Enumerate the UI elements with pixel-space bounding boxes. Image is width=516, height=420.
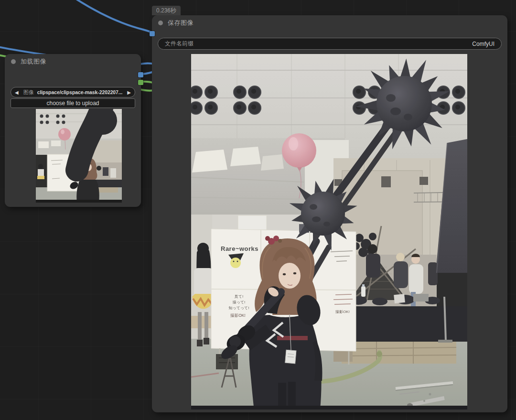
- choose-file-button[interactable]: choose file to upload: [11, 98, 135, 108]
- filename-prefix-widget[interactable]: 文件名前缀 ComfyUI: [158, 38, 502, 50]
- filename-prefix-label: 文件名前缀: [165, 40, 194, 48]
- image-output-slot[interactable]: [138, 72, 143, 77]
- link-blue-top: [72, 0, 154, 33]
- load-node-header: 加载图像: [11, 57, 46, 66]
- execution-time-badge: 0.236秒: [152, 6, 181, 15]
- mask-output-slot[interactable]: [138, 80, 143, 85]
- collapse-dot[interactable]: [11, 59, 16, 64]
- preview-photo: Rare~works 大判を体験 でって! 見て! 撮って! 知ってって! 撮影…: [191, 54, 467, 409]
- image-combo-widget[interactable]: ◀ 图像 clipspace/clipspace-mask-2202207...…: [11, 87, 135, 97]
- image-input-slot[interactable]: [150, 31, 155, 36]
- load-image-node[interactable]: 加载图像 ◀ 图像 clipspace/clipspace-mask-22022…: [5, 54, 141, 207]
- image-combo-label: 图像: [23, 89, 34, 96]
- filename-prefix-value: ComfyUI: [472, 41, 494, 47]
- combo-next-arrow-icon[interactable]: ▶: [127, 90, 131, 95]
- node-title: 加载图像: [21, 57, 46, 66]
- save-node-header: 保存图像: [158, 19, 194, 27]
- saved-image-preview[interactable]: Rare~works 大判を体験 でって! 見て! 撮って! 知ってって! 撮影…: [191, 54, 467, 409]
- combo-prev-arrow-icon[interactable]: ◀: [15, 90, 19, 95]
- node-title: 保存图像: [168, 19, 194, 27]
- node-editor-canvas[interactable]: 0.236秒 保存图像 文件名前缀 ComfyUI: [0, 0, 516, 420]
- loaded-image-thumbnail[interactable]: [36, 109, 122, 203]
- image-combo-value: clipspace/clipspace-mask-2202207...: [37, 89, 123, 95]
- save-image-node[interactable]: 保存图像 文件名前缀 ComfyUI: [152, 15, 507, 412]
- collapse-dot[interactable]: [158, 21, 163, 25]
- thumbnail-photo: [36, 109, 122, 203]
